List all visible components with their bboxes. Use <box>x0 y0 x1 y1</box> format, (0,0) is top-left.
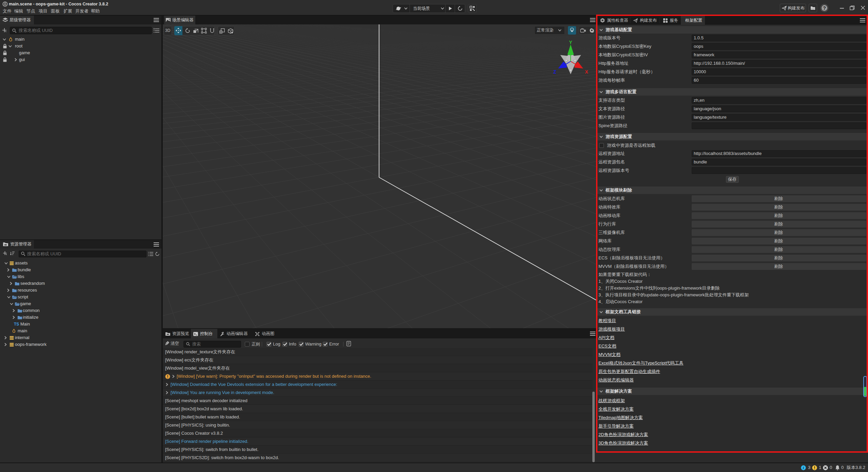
svg-text:?: ? <box>823 5 826 11</box>
svg-text:Y: Y <box>569 40 572 45</box>
svg-text:X: X <box>585 69 588 75</box>
svg-text:Z: Z <box>553 69 556 75</box>
